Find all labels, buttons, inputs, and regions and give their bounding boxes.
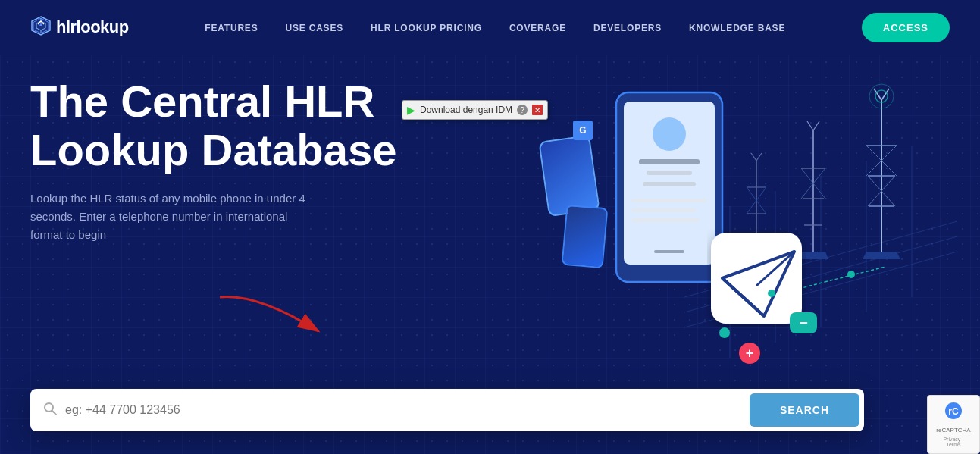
hero-title: The Central HLR Lookup Database xyxy=(30,77,424,174)
svg-marker-25 xyxy=(863,252,900,259)
svg-line-41 xyxy=(751,153,756,161)
nav-item-use-cases[interactable]: USE CASES xyxy=(285,20,343,34)
logo-text: hlrlookup xyxy=(56,17,129,37)
translate-icon[interactable]: G xyxy=(573,121,593,140)
search-bar: SEARCH xyxy=(30,389,864,431)
svg-text:rC: rC xyxy=(948,406,959,417)
svg-rect-55 xyxy=(631,208,696,212)
svg-line-33 xyxy=(813,121,819,130)
svg-rect-51 xyxy=(639,159,700,164)
nav-item-coverage[interactable]: COVERAGE xyxy=(509,20,566,34)
nav-item-hlr-pricing[interactable]: HLR LOOKUP PRICING xyxy=(371,20,482,34)
nav-item-developers[interactable]: DEVELOPERS xyxy=(593,20,662,34)
connection-dot-teal-1 xyxy=(719,327,730,338)
svg-point-47 xyxy=(847,271,855,278)
help-button[interactable]: ? xyxy=(517,105,528,115)
svg-rect-52 xyxy=(647,171,692,175)
nav-links: FEATURES USE CASES HLR LOOKUP PRICING CO… xyxy=(205,20,785,34)
svg-rect-57 xyxy=(654,250,684,253)
search-button[interactable]: SEARCH xyxy=(750,393,859,427)
nav-item-features[interactable]: FEATURES xyxy=(205,20,258,34)
recaptcha-label: reCAPTCHA xyxy=(936,427,970,434)
hero-content: The Central HLR Lookup Database Lookup t… xyxy=(30,77,424,244)
svg-point-50 xyxy=(653,117,686,151)
close-button[interactable]: ✕ xyxy=(532,105,543,115)
svg-line-42 xyxy=(756,153,762,161)
red-arrow xyxy=(197,290,364,350)
logo[interactable]: hlrlookup xyxy=(30,15,129,40)
svg-line-64 xyxy=(52,411,56,415)
recaptcha-widget: rC reCAPTCHA Privacy - Terms xyxy=(927,395,980,454)
search-input[interactable] xyxy=(65,403,750,417)
logo-icon xyxy=(30,15,52,40)
download-popup: ▶ Download dengan IDM ? ✕ xyxy=(402,100,548,120)
message-platform-icon xyxy=(707,229,806,327)
recaptcha-terms: Privacy - Terms xyxy=(937,437,970,447)
search-bar-container: SEARCH xyxy=(30,389,950,431)
svg-line-32 xyxy=(807,121,813,130)
hero-subtitle: Lookup the HLR status of any mobile phon… xyxy=(30,189,318,244)
navigation: hlrlookup FEATURES USE CASES HLR LOOKUP … xyxy=(0,0,980,55)
nav-item-knowledge-base[interactable]: KNOWLEDGE BASE xyxy=(689,20,785,34)
svg-rect-54 xyxy=(631,199,707,202)
access-button[interactable]: ACCESS xyxy=(862,13,950,42)
connection-dot-minus: − xyxy=(790,312,817,333)
recaptcha-logo: rC xyxy=(944,402,963,424)
search-icon xyxy=(42,401,58,420)
connection-dot-plus: + xyxy=(739,343,760,364)
hero-section: + − The Central HLR Lookup Database Look… xyxy=(0,55,980,454)
svg-rect-53 xyxy=(643,182,696,186)
play-icon: ▶ xyxy=(407,104,415,116)
float-card-2 xyxy=(562,205,609,268)
svg-rect-56 xyxy=(631,218,700,222)
download-label: Download dengan IDM xyxy=(420,105,512,115)
connection-dot-teal-2 xyxy=(768,290,775,297)
